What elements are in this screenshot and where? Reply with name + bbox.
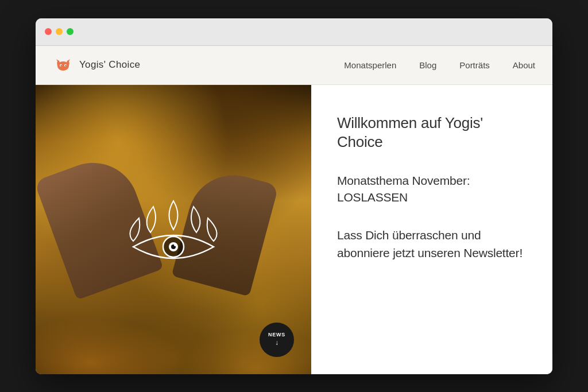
newsletter-text: Lass Dich überraschen und abonniere jetz… xyxy=(337,226,527,262)
newsletter-section: Lass Dich überraschen und abonniere jetz… xyxy=(337,226,527,262)
close-button[interactable] xyxy=(45,28,52,35)
site-header: Yogis' Choice Monatsperlen Blog Porträts… xyxy=(36,46,552,85)
news-button[interactable]: NEWS ↓ xyxy=(260,323,294,357)
browser-window: Yogis' Choice Monatsperlen Blog Porträts… xyxy=(36,18,552,374)
hero-image: NEWS ↓ xyxy=(36,85,311,374)
lotus-eye-icon xyxy=(116,184,231,275)
logo-area: Yogis' Choice xyxy=(53,55,344,75)
theme-section: Monatsthema November: LOSLASSEN xyxy=(337,172,527,206)
maximize-button[interactable] xyxy=(67,28,74,35)
logo-icon xyxy=(53,55,74,75)
nav-about[interactable]: About xyxy=(513,60,535,70)
nav-monatsperlen[interactable]: Monatsperlen xyxy=(344,60,396,70)
main-content: NEWS ↓ Willkommen auf Yogis' Choice Mona… xyxy=(36,85,552,374)
nav-blog[interactable]: Blog xyxy=(419,60,436,70)
news-button-arrow-icon: ↓ xyxy=(275,339,278,347)
nav-portraets[interactable]: Porträts xyxy=(459,60,490,70)
svg-point-8 xyxy=(174,244,176,246)
welcome-title: Willkommen auf Yogis' Choice xyxy=(337,114,527,153)
minimize-button[interactable] xyxy=(56,28,63,35)
site-nav: Monatsperlen Blog Porträts About xyxy=(344,60,535,70)
browser-chrome xyxy=(36,18,552,46)
content-panel: Willkommen auf Yogis' Choice Monatsthema… xyxy=(311,85,552,374)
logo-text: Yogis' Choice xyxy=(79,59,140,71)
theme-line2: LOSLASSEN xyxy=(337,189,527,205)
browser-content: Yogis' Choice Monatsperlen Blog Porträts… xyxy=(36,46,552,374)
news-button-label: NEWS xyxy=(268,332,285,337)
theme-line1: Monatsthema November: xyxy=(337,172,527,189)
svg-point-3 xyxy=(61,65,62,67)
window-controls xyxy=(45,28,74,35)
svg-point-4 xyxy=(65,65,67,67)
